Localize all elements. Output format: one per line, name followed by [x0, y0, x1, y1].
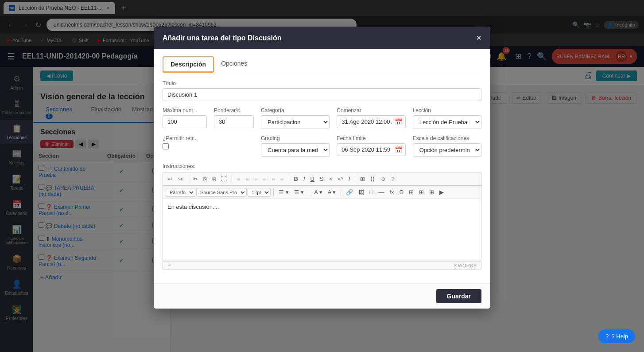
hr-button[interactable]: —	[376, 188, 386, 197]
save-button[interactable]: Guardar	[436, 289, 481, 303]
modal-tabs: Descripción Opciones	[163, 56, 481, 73]
titulo-label: Título	[163, 80, 481, 86]
toolbar-separator-1	[188, 175, 188, 183]
help-label: ? Help	[611, 333, 628, 340]
omega-button[interactable]: Ω	[397, 188, 406, 197]
underline-button[interactable]: U	[308, 174, 317, 184]
form-row-2: ¿Permitir retr... Grading Cuenta para la…	[163, 135, 481, 157]
font-select[interactable]: Source Sans Pro	[196, 188, 247, 197]
align-right-button[interactable]: ≡	[252, 174, 260, 184]
comenzar-group: Comenzar 📅	[337, 107, 405, 129]
escala-select[interactable]: Opción predeterminada	[413, 143, 481, 157]
modal-tab-opciones-label: Opciones	[221, 60, 247, 67]
fecha-date-wrap: 📅	[337, 143, 405, 156]
grading-label: Grading	[261, 135, 330, 141]
italic-2-button[interactable]: I	[346, 174, 353, 184]
align-btn-5[interactable]: ≡	[269, 174, 277, 184]
rte-toolbar-row1: ↩ ↪ ✂ ⎘ ⎗ ⛶ ≡ ≡ ≡ ≡ ≡ ≡ B I	[163, 172, 481, 186]
font-color-button[interactable]: A ▾	[312, 188, 325, 197]
bold-button[interactable]: B	[292, 174, 300, 184]
list-ordered-button[interactable]: ☰ ▾	[292, 188, 306, 197]
rte-tag: P	[167, 263, 171, 268]
rte-toolbar-row2: Párrafo Source Sans Pro 12pt ☰ ▾ ☰ ▾ A ▾…	[163, 186, 481, 199]
italic-button[interactable]: I	[301, 174, 307, 184]
list-unordered-button[interactable]: ☰ ▾	[276, 188, 291, 197]
permitir-checkbox-wrap	[163, 143, 207, 149]
video-button[interactable]: ▶	[437, 188, 446, 197]
modal-body: Descripción Opciones Título Máxima punt.…	[154, 49, 490, 283]
align-btn-6[interactable]: ≡	[278, 174, 286, 184]
cut-button[interactable]: ✂	[191, 174, 200, 184]
grading-select[interactable]: Cuenta para la media No cuenta	[261, 143, 330, 157]
help-rte-button[interactable]: ?	[389, 174, 397, 184]
redo-button[interactable]: ↪	[176, 174, 185, 184]
bg-color-button[interactable]: A ▾	[326, 188, 338, 197]
fecha-group: Fecha límite 📅	[337, 135, 405, 157]
categoria-group: Categoría Participacion Examen Tarea	[261, 107, 330, 129]
toolbar-separator-3	[289, 175, 289, 183]
code-button[interactable]: ⟨⟩	[368, 174, 377, 184]
paste-button[interactable]: ⎗	[210, 174, 218, 184]
modal-tab-opciones[interactable]: Opciones	[214, 56, 254, 73]
maxima-input[interactable]	[163, 115, 207, 128]
ponderar-input[interactable]	[214, 115, 254, 128]
table3-button[interactable]: ⊞	[417, 188, 426, 197]
align-center-button[interactable]: ≡	[244, 174, 252, 184]
rte-text: En esta discusión....	[167, 203, 219, 210]
copy-button[interactable]: ⎘	[201, 174, 209, 184]
escala-group: Escala de calificaciones Opción predeter…	[413, 135, 481, 157]
size-select[interactable]: 12pt	[248, 188, 271, 197]
toolbar-separator-5	[273, 188, 274, 196]
fecha-calendar-icon[interactable]: 📅	[395, 146, 402, 153]
table4-button[interactable]: ⊞	[427, 188, 436, 197]
table-button[interactable]: ⊞	[358, 174, 367, 184]
categoria-select[interactable]: Participacion Examen Tarea	[261, 115, 330, 129]
leccion-group: Lección Lección de Prueba NEO	[413, 107, 481, 129]
modal-close-button[interactable]: ×	[476, 33, 481, 43]
escala-label: Escala de calificaciones	[413, 135, 481, 141]
fecha-label: Fecha límite	[337, 135, 405, 141]
help-question-icon: ?	[605, 333, 609, 340]
add-discussion-modal: Añadir una tarea del tipo Discusión × De…	[154, 27, 490, 309]
undo-button[interactable]: ↩	[166, 174, 175, 184]
comenzar-calendar-icon[interactable]: 📅	[395, 118, 402, 125]
help-button[interactable]: ? ? Help	[598, 329, 635, 343]
emoji-button[interactable]: ☺	[378, 174, 388, 184]
modal-footer: Guardar	[154, 283, 490, 309]
paragraph-select[interactable]: Párrafo	[166, 188, 195, 197]
titulo-input[interactable]	[163, 88, 481, 101]
instrucciones-group: Instrucciones: ↩ ↪ ✂ ⎘ ⎗ ⛶ ≡ ≡ ≡ ≡ ≡ ≡	[163, 163, 481, 270]
comenzar-label: Comenzar	[337, 107, 405, 113]
toolbar-separator-2	[232, 175, 232, 183]
link-button[interactable]: 🔗	[344, 188, 355, 197]
table2-button[interactable]: ⊞	[407, 188, 416, 197]
rte-content-area[interactable]: En esta discusión....	[163, 199, 481, 261]
categoria-label: Categoría	[261, 107, 330, 113]
formula-button[interactable]: fx	[387, 188, 396, 197]
comenzar-date-wrap: 📅	[337, 115, 405, 128]
modal-tab-descripcion[interactable]: Descripción	[163, 56, 214, 73]
toolbar-separator-6	[309, 188, 309, 196]
modal-tab-descripcion-label: Descripción	[171, 61, 206, 68]
align-left-button[interactable]: ≡	[235, 174, 243, 184]
leccion-select[interactable]: Lección de Prueba NEO	[413, 115, 481, 129]
rte-footer: P 3 WORDS	[163, 261, 481, 270]
grading-group: Grading Cuenta para la media No cuenta	[261, 135, 330, 157]
file-button[interactable]: □	[367, 188, 375, 197]
modal-overlay: Añadir una tarea del tipo Discusión × De…	[0, 0, 644, 352]
strikethrough-button[interactable]: S	[318, 174, 326, 184]
instrucciones-label: Instrucciones:	[163, 163, 481, 169]
toolbar-separator-7	[341, 188, 341, 196]
permitir-checkbox[interactable]	[163, 143, 169, 149]
subscript-button[interactable]: ×	[327, 174, 335, 184]
paste-text-button[interactable]: ⛶	[219, 174, 229, 184]
toolbar-separator-4	[355, 175, 355, 183]
permitir-group: ¿Permitir retr...	[163, 135, 207, 157]
superscript-button[interactable]: ×ˢ	[335, 174, 345, 184]
word-count: 3 WORDS	[454, 263, 477, 268]
align-justify-button[interactable]: ≡	[261, 174, 269, 184]
image-rte-button[interactable]: 🖼	[356, 188, 366, 197]
leccion-label: Lección	[413, 107, 481, 113]
ponderar-label: Ponderar%	[214, 107, 254, 113]
modal-title: Añadir una tarea del tipo Discusión	[163, 34, 282, 42]
